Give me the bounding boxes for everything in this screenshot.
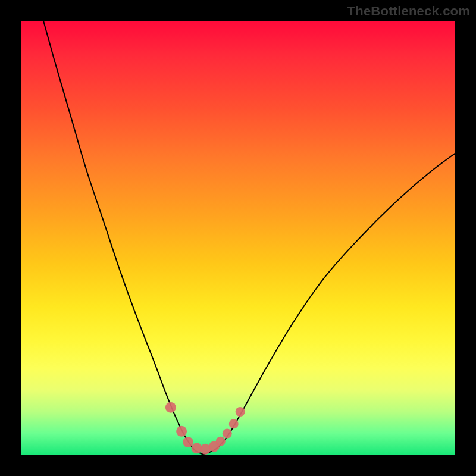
curve-marker bbox=[200, 444, 211, 455]
curve-marker bbox=[209, 441, 220, 452]
curve-right-branch bbox=[203, 154, 455, 455]
bottleneck-curve-layer bbox=[21, 21, 455, 455]
curve-marker bbox=[176, 426, 187, 437]
curve-marker bbox=[216, 437, 226, 446]
plot-area bbox=[21, 21, 455, 455]
curve-marker bbox=[229, 419, 239, 428]
curve-marker bbox=[165, 402, 176, 413]
chart-frame: TheBottleneck.com bbox=[0, 0, 476, 476]
curve-marker bbox=[236, 407, 245, 416]
curve-markers bbox=[165, 402, 245, 455]
curve-marker bbox=[183, 437, 193, 447]
watermark-text: TheBottleneck.com bbox=[347, 4, 470, 19]
curve-marker bbox=[192, 443, 202, 453]
curve-marker bbox=[223, 429, 232, 439]
curve-left-branch bbox=[43, 21, 203, 455]
